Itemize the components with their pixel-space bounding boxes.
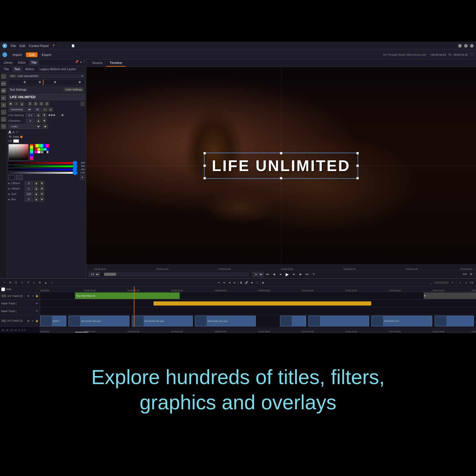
title-clip[interactable]: Your Text Here 03 — [75, 292, 180, 299]
audio-btn-2[interactable]: ♬ — [464, 280, 468, 285]
align-left-btn[interactable]: ☰ — [28, 101, 32, 106]
underline-btn[interactable]: U — [20, 101, 24, 106]
tl-text2-btn[interactable]: 𝒞 — [26, 280, 30, 285]
color-gradient[interactable] — [8, 144, 29, 160]
fit-select[interactable]: Fit — [89, 272, 100, 277]
text-preview[interactable]: LIFE UNLIMITED — [8, 94, 85, 100]
video-clip-2[interactable]: MOV51453 (33).mp4 — [68, 316, 129, 326]
face-expand-icon[interactable] — [8, 136, 12, 138]
look-select[interactable]: Look1 — [8, 124, 41, 129]
swatch-black[interactable] — [44, 151, 46, 153]
rainbow-swatch[interactable] — [35, 144, 49, 148]
av2-solo[interactable]: S — [31, 294, 35, 298]
source-tab[interactable]: Source — [89, 60, 106, 67]
step-fwd-btn[interactable]: ► — [292, 272, 297, 277]
menu-edit[interactable]: Edit — [20, 44, 25, 48]
line-spacing-input[interactable] — [26, 113, 35, 117]
subtab-title[interactable]: Title — [1, 67, 12, 72]
nav-icon-hand[interactable]: ⌨ — [1, 88, 6, 93]
nav-icon-cursor[interactable]: ⌕ — [1, 74, 6, 79]
float-icon[interactable]: ▲ — [79, 60, 82, 65]
offset-y-up[interactable]: ▲ — [34, 186, 39, 191]
size-down[interactable]: ▼ — [40, 192, 44, 196]
mask1-eye[interactable]: 👁 — [35, 302, 39, 305]
keyframe-diamond-4[interactable] — [79, 81, 81, 83]
blur-up[interactable]: ▲ — [34, 197, 39, 202]
snap-out-btn[interactable]: ⇹ — [222, 280, 227, 285]
edit-btn[interactable]: Edit — [26, 52, 37, 57]
nav-icon-arrow[interactable]: → — [1, 109, 6, 115]
tab-library[interactable]: Library — [1, 60, 15, 65]
skip-start-btn[interactable]: ⏮ — [265, 272, 270, 277]
zoom-handle[interactable] — [104, 273, 116, 276]
swatch-magenta[interactable] — [35, 151, 37, 153]
select-mode-btn[interactable]: ▶ — [261, 280, 266, 285]
tl-grid-btn[interactable]: ☷ — [14, 280, 18, 285]
trim-end-btn[interactable]: ► — [233, 280, 237, 285]
color-square-1[interactable] — [8, 175, 15, 180]
nav-icon-star[interactable]: ★ — [1, 102, 6, 108]
pip-label[interactable]: P/P — [463, 273, 467, 276]
italic-btn[interactable]: I — [14, 101, 19, 106]
ls-kf-4[interactable] — [61, 114, 64, 116]
av1-mute[interactable]: ▶ — [27, 319, 30, 322]
keyframe-diamond-2[interactable] — [39, 81, 41, 83]
timeline-tab[interactable]: Timeline — [106, 60, 126, 67]
subtab-legacy[interactable]: Legacy Motions and Layers — [37, 67, 78, 72]
video-clip-3[interactable]: MOV51453 (35).mp4 — [132, 316, 193, 326]
swatch-red[interactable] — [35, 148, 37, 151]
bold-btn[interactable]: B — [8, 101, 13, 106]
video-clip-8[interactable] — [435, 316, 474, 326]
snap-in-btn[interactable]: ⇸ — [217, 280, 221, 285]
tl-down-btn[interactable]: ▼ — [37, 280, 42, 285]
home-icon[interactable] — [2, 52, 7, 57]
size-up[interactable]: ▲ — [34, 192, 39, 196]
tl-add-track-btn[interactable]: + — [2, 280, 7, 285]
offset-x-up[interactable]: ▲ — [34, 181, 39, 186]
tab-title[interactable]: Title — [29, 60, 39, 65]
handle-br[interactable] — [356, 177, 359, 179]
video-clip-6[interactable] — [308, 316, 369, 326]
eye-icon[interactable]: 👁 — [81, 75, 84, 78]
blur-input[interactable] — [25, 197, 33, 201]
tab-editor[interactable]: Editor — [16, 60, 28, 65]
nav-icon-shape[interactable]: ■ — [1, 95, 6, 101]
next-frame-btn[interactable]: ▶ — [298, 272, 303, 277]
hue-slider[interactable] — [30, 144, 33, 160]
solo-checkbox[interactable] — [1, 287, 5, 291]
color-cursor[interactable] — [9, 145, 11, 147]
expand-all-btn[interactable]: ⋮ — [36, 288, 39, 291]
step-back-btn[interactable]: ◄ — [278, 272, 283, 277]
swatch-cyan[interactable] — [44, 148, 46, 151]
prev-frame-btn[interactable]: ◀ — [271, 272, 277, 277]
font-select[interactable]: Geometos — [8, 107, 32, 112]
offset-y-input[interactable] — [25, 187, 33, 191]
settings-btn[interactable]: ⚙ — [468, 272, 474, 277]
tl-zoom-slider[interactable] — [434, 281, 449, 284]
offset-x-down[interactable]: ▼ — [40, 181, 44, 186]
alpha-slider[interactable] — [8, 172, 77, 174]
char-spacing-down[interactable]: ▼ — [42, 118, 47, 123]
speed-select[interactable]: 1x — [252, 272, 264, 277]
nav-icon-ellipse[interactable]: ◯ — [1, 117, 6, 122]
swatch-yellow[interactable] — [37, 148, 40, 151]
close-panel-icon[interactable]: ☓ — [83, 60, 85, 65]
export-btn[interactable]: Export — [39, 52, 54, 57]
swatch-gradient[interactable] — [47, 151, 49, 153]
swatch-green[interactable] — [40, 148, 43, 151]
handle-tl[interactable] — [203, 152, 206, 154]
eyedropper-btn[interactable]: ◆ — [80, 175, 85, 180]
menu-file[interactable]: File — [11, 44, 16, 48]
nav-icon-grid[interactable]: ☷ — [1, 124, 6, 129]
tl-text-btn[interactable]: T — [20, 280, 24, 285]
tl-settings-btn[interactable]: ⚙ — [8, 280, 12, 285]
face-color-dot[interactable] — [20, 136, 23, 138]
tl-split-btn[interactable]: 〈 — [49, 280, 54, 285]
play-btn[interactable]: ▶ — [284, 271, 290, 277]
skip-end-btn[interactable]: ⏭ — [305, 272, 310, 277]
size-input[interactable] — [25, 192, 33, 196]
color-square-2[interactable] — [16, 175, 23, 180]
zoom-out-tl[interactable]: ⎯ — [428, 280, 433, 285]
ungroup-btn[interactable]: □ — [255, 280, 260, 285]
swatch-blue[interactable] — [47, 148, 49, 151]
